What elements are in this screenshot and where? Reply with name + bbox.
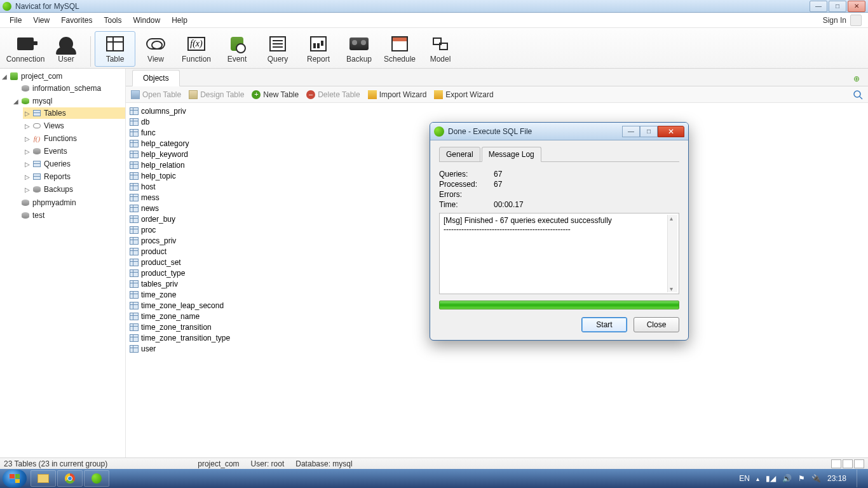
taskbar-chrome[interactable] [57,470,83,487]
menu-help[interactable]: Help [166,14,193,27]
tray-power-icon[interactable]: 🔌 [811,474,821,483]
new-table-button[interactable]: New Table [252,90,299,99]
view-list-button[interactable] [831,459,841,468]
toolbar-function[interactable]: f(x)Function [176,31,217,67]
export-wizard-button[interactable]: Export Wizard [434,90,493,99]
delete-table-button[interactable]: Delete Table [306,90,360,99]
toolbar-label: Function [182,55,211,64]
import-wizard-button[interactable]: Import Wizard [368,90,427,99]
taskbar-explorer[interactable] [31,470,56,487]
start-button[interactable]: Start [581,317,627,332]
tree-db-phpmyadmin[interactable]: phpmyadmin [11,197,125,208]
dialog-maximize-button[interactable]: □ [640,126,658,137]
tray-volume-icon[interactable]: 🔊 [782,474,792,483]
stat-queries-value: 67 [494,170,502,179]
tree-db-mysql[interactable]: ◢ mysql [11,95,125,107]
avatar-icon [850,15,862,26]
table-icon [130,345,139,353]
table-icon [130,237,139,245]
view-er-button[interactable] [854,459,864,468]
toolbar-label: Schedule [384,55,416,64]
minimize-button[interactable]: — [810,1,827,12]
toolbar-label: Backup [346,55,372,64]
windows-taskbar: EN ▴ ▮◢ 🔊 ⚑ 🔌 23:18 [0,469,868,488]
tree-connection[interactable]: ◢ project_com [0,71,125,82]
table-icon [130,334,139,342]
table-icon [130,183,139,191]
menu-view[interactable]: View [27,14,55,27]
tree-node-events[interactable]: ▷Events [23,146,125,157]
sign-in[interactable]: Sign In [823,15,864,26]
status-bar: 23 Tables (23 in current group) project_… [0,458,868,469]
table-icon [130,140,139,147]
dialog-titlebar[interactable]: Done - Execute SQL File — □ ✕ [430,123,688,140]
tree-db-test[interactable]: test [11,210,125,221]
tree-db-information-schema[interactable]: information_schema [11,83,125,94]
message-log-box[interactable]: [Msg] Finished - 67 queries executed suc… [439,213,679,294]
start-button-win[interactable] [3,470,27,487]
toolbar-event[interactable]: Event [217,31,257,67]
dialog-icon [434,126,444,137]
show-desktop-button[interactable] [857,470,863,487]
table-item-user[interactable]: user [126,343,868,354]
toolbar-schedule[interactable]: Schedule [379,31,420,67]
execute-sql-dialog: Done - Execute SQL File — □ ✕ General Me… [430,122,689,341]
tray-clock[interactable]: 23:18 [827,474,846,483]
maximize-button[interactable]: □ [829,1,846,12]
toolbar-label: User [58,55,74,64]
menu-tools[interactable]: Tools [98,14,128,27]
status-table-count: 23 Tables (23 in current group) [4,459,107,468]
menu-favorites[interactable]: Favorites [55,14,98,27]
toolbar-model[interactable]: Model [420,31,461,67]
dialog-tab-message-log[interactable]: Message Log [482,147,541,162]
search-icon[interactable] [853,90,863,100]
toolbar-view[interactable]: View [135,31,176,67]
tree-node-functions[interactable]: ▷f()Functions [23,133,125,144]
tray-network-icon[interactable]: ▮◢ [766,474,776,483]
sign-in-label: Sign In [823,16,846,25]
view-detail-button[interactable] [843,459,853,468]
close-button[interactable]: ✕ [848,1,865,12]
view-icon [145,34,166,53]
toolbar-connection[interactable]: Connection [5,31,46,67]
dialog-minimize-button[interactable]: — [622,126,640,137]
object-tabs: Objects ⊕ [126,69,868,86]
taskbar-navicat[interactable] [84,470,109,487]
design-table-button[interactable]: Design Table [189,90,244,99]
message-scrollbar[interactable] [667,215,677,292]
schedule-icon [389,34,410,53]
table-icon [130,172,139,180]
menu-bar: File View Favorites Tools Window Help Si… [0,13,868,28]
toolbar-label: Query [268,55,288,64]
main-toolbar: ConnectionUserTableViewf(x)FunctionEvent… [0,28,868,69]
toolbar-query[interactable]: Query [257,31,298,67]
design-table-icon [189,90,198,99]
tree-node-backups[interactable]: ▷Backups [23,184,125,195]
tree-node-tables[interactable]: ▷Tables [23,107,125,119]
tray-flag-icon[interactable]: ⚑ [798,474,805,483]
close-dialog-button[interactable]: Close [634,317,679,332]
toolbar-user[interactable]: User [46,31,86,67]
table-item-columns_priv[interactable]: columns_priv [126,105,868,116]
tray-lang[interactable]: EN [739,474,750,483]
tray-arrow-icon[interactable]: ▴ [756,475,759,482]
view-mode-buttons [831,459,864,468]
open-table-button[interactable]: Open Table [131,90,181,99]
function-icon: f(x) [186,34,207,53]
toolbar-table[interactable]: Table [95,31,135,67]
open-table-icon [131,90,140,99]
tree-node-views[interactable]: ▷Views [23,120,125,132]
dialog-tab-general[interactable]: General [439,147,480,162]
message-line-1: [Msg] Finished - 67 queries executed suc… [444,216,675,225]
tab-objects[interactable]: Objects [132,70,180,86]
menu-window[interactable]: Window [128,14,166,27]
toolbar-backup[interactable]: Backup [339,31,379,67]
toolbar-report[interactable]: Report [298,31,339,67]
toolbar-label: Table [106,55,125,64]
menu-file[interactable]: File [4,14,27,27]
tree-node-reports[interactable]: ▷Reports [23,171,125,182]
new-tab-button[interactable]: ⊕ [849,72,864,86]
tree-node-queries[interactable]: ▷Queries [23,158,125,170]
dialog-close-button[interactable]: ✕ [658,126,684,137]
table-icon [130,302,139,309]
